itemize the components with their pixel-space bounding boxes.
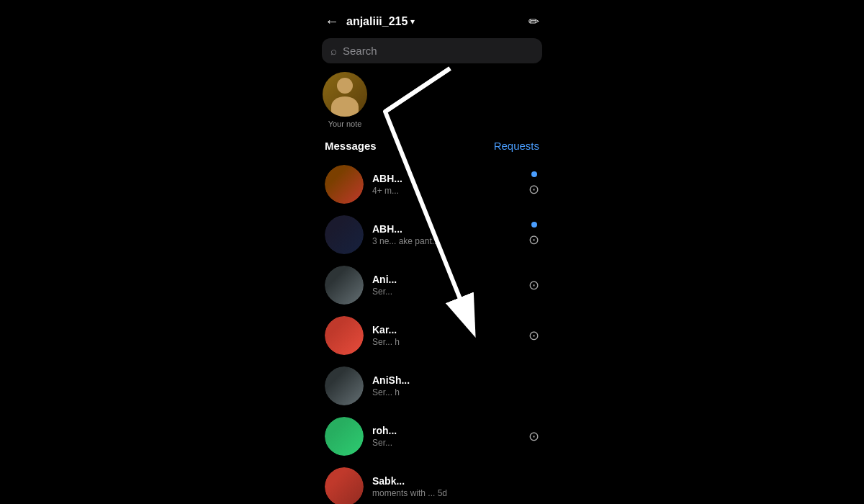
camera-icon: ⊙	[528, 328, 539, 343]
search-placeholder: Search	[343, 45, 377, 57]
list-item[interactable]: ABH... 4+ m... ⊙	[313, 159, 551, 210]
conv-right: ⊙	[528, 277, 539, 293]
page-background: ← anjaliii_215 ▾ ✏ ⌕ Search Note... Your…	[0, 0, 864, 504]
list-item[interactable]: Sabk... moments with ... 5d	[313, 462, 551, 504]
conv-right: ⊙	[528, 428, 539, 444]
phone-panel: ← anjaliii_215 ▾ ✏ ⌕ Search Note... Your…	[313, 0, 551, 504]
avatar-image	[325, 316, 364, 355]
conv-info: Kar... Ser... h	[372, 324, 520, 347]
conv-name: Kar...	[372, 324, 520, 336]
conv-info: ABH... 4+ m...	[372, 173, 520, 196]
conv-info: Ani... Ser...	[372, 274, 520, 297]
avatar	[325, 366, 364, 405]
conv-preview: Ser...	[372, 287, 520, 297]
self-avatar	[323, 72, 367, 117]
compose-icon[interactable]: ✏	[528, 14, 539, 30]
list-item[interactable]: roh... Ser... ⊙	[313, 411, 551, 462]
avatar-image	[325, 366, 364, 405]
avatar-image	[325, 467, 364, 504]
story-avatar-wrap: Note...	[323, 72, 367, 117]
list-item[interactable]: Kar... Ser... h ⊙	[313, 310, 551, 361]
tab-requests[interactable]: Requests	[494, 140, 539, 152]
conv-name: ABH...	[372, 223, 520, 235]
back-icon[interactable]: ←	[325, 13, 339, 30]
avatar	[325, 165, 364, 204]
unread-dot	[531, 171, 537, 177]
conv-name: roh...	[372, 425, 520, 436]
conv-right: ⊙	[528, 171, 539, 197]
avatar-image	[325, 417, 364, 456]
camera-icon: ⊙	[528, 277, 539, 293]
conv-info: AniSh... Ser... h	[372, 374, 531, 397]
conv-info: ABH... 3 ne... ake pant...	[372, 223, 520, 246]
conv-name: Ani...	[372, 274, 520, 285]
story-label-self: Your note	[328, 120, 362, 128]
avatar	[325, 266, 364, 305]
avatar	[325, 316, 364, 355]
avatar	[325, 215, 364, 254]
conv-preview: Ser...	[372, 438, 520, 448]
avatar	[325, 417, 364, 456]
tabs-row: Messages Requests	[313, 137, 551, 159]
list-item[interactable]: AniSh... Ser... h	[313, 361, 551, 411]
list-item[interactable]: Ani... Ser... ⊙	[313, 260, 551, 310]
conv-right: ⊙	[528, 222, 539, 248]
avatar-image	[325, 215, 364, 254]
stories-row: Note... Your note	[313, 72, 551, 137]
conv-preview: 3 ne... ake pant...	[372, 236, 520, 246]
header: ← anjaliii_215 ▾ ✏	[313, 0, 551, 38]
avatar-image	[325, 266, 364, 305]
camera-icon: ⊙	[528, 181, 539, 197]
conv-preview: Ser... h	[372, 337, 520, 347]
avatar	[325, 467, 364, 504]
conv-name: ABH...	[372, 173, 520, 184]
conv-preview: 4+ m...	[372, 186, 520, 196]
camera-icon: ⊙	[528, 232, 539, 248]
conv-info: roh... Ser...	[372, 425, 520, 448]
unread-dot	[531, 222, 537, 228]
header-left: ← anjaliii_215 ▾	[325, 13, 415, 30]
story-item-self[interactable]: Note... Your note	[322, 72, 368, 128]
tab-messages[interactable]: Messages	[325, 140, 377, 152]
conversation-list: ABH... 4+ m... ⊙ ABH... 3 ne... ake pant…	[313, 159, 551, 504]
list-item[interactable]: ABH... 3 ne... ake pant... ⊙	[313, 210, 551, 260]
conv-preview: Ser... h	[372, 387, 531, 397]
avatar-image	[325, 165, 364, 204]
username-text: anjaliii_215	[346, 15, 408, 28]
search-icon: ⌕	[330, 45, 337, 57]
username-row[interactable]: anjaliii_215 ▾	[346, 15, 415, 28]
search-bar[interactable]: ⌕ Search	[322, 38, 542, 63]
conv-name: AniSh...	[372, 374, 531, 386]
conv-info: Sabk... moments with ... 5d	[372, 475, 531, 498]
conv-name: Sabk...	[372, 475, 531, 487]
conv-right: ⊙	[528, 328, 539, 343]
chevron-down-icon: ▾	[410, 17, 415, 27]
conv-preview: moments with ... 5d	[372, 488, 531, 498]
camera-icon: ⊙	[528, 428, 539, 444]
